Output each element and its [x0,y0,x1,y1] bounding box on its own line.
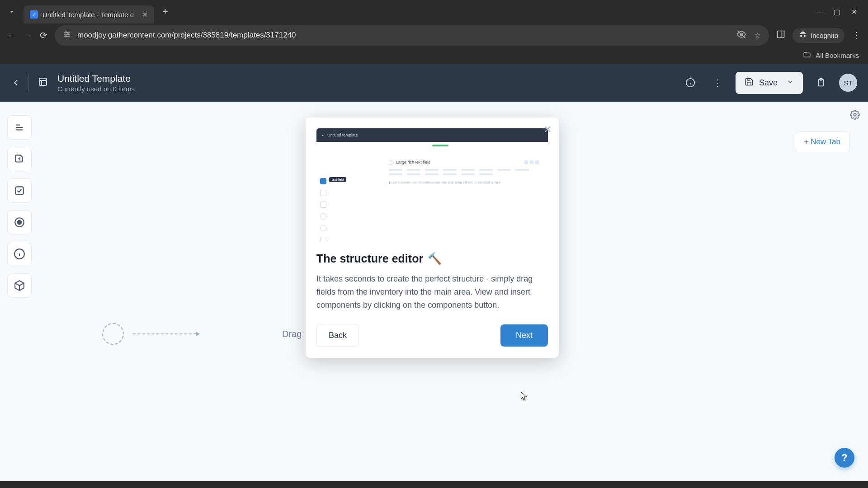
nav-reload-icon[interactable]: ⟳ [40,30,47,41]
tab-favicon-icon: ✓ [30,10,38,19]
nav-back-icon[interactable]: ← [7,30,16,41]
template-icon [38,76,48,89]
new-browser-tab-button[interactable]: + [158,4,173,19]
app-header: Untitled Template Currently used on 0 it… [0,64,868,102]
tab-bar: ✓ Untitled Template - Template e ✕ + ― ▢… [0,0,868,23]
minimize-icon[interactable]: ― [816,8,823,16]
side-panel-icon[interactable] [776,30,785,41]
maximize-icon[interactable]: ▢ [834,8,840,16]
site-settings-icon[interactable] [63,30,71,41]
page-title: Untitled Template [57,73,135,84]
url-actions: ☆ [737,30,761,41]
tab-close-icon[interactable]: ✕ [142,10,148,19]
modal-body-text: It takes seconds to create the perfect s… [316,272,548,311]
url-bar[interactable]: moodjoy.gathercontent.com/projects/38581… [55,25,769,46]
info-icon[interactable] [681,74,699,92]
help-icon: ? [841,452,847,464]
nav-forward-icon[interactable]: → [24,30,33,41]
save-button[interactable]: Save [736,72,803,94]
page-subtitle: Currently used on 0 items [57,85,135,93]
drag-hint: Drag [102,323,302,345]
title-block: Untitled Template Currently used on 0 it… [57,73,135,93]
onboarding-modal: ✕ ‹ Untitled template text field Large r… [306,117,559,358]
modal-title: The structure editor 🔨 [316,252,548,265]
browser-chrome: ✓ Untitled Template - Template e ✕ + ― ▢… [0,0,868,64]
toolbox [0,102,39,481]
modal-close-icon[interactable]: ✕ [543,124,552,136]
incognito-badge[interactable]: Incognito [793,28,844,43]
svg-rect-10 [39,78,47,85]
save-disk-icon [745,77,754,89]
more-menu-icon[interactable]: ⋮ [708,74,726,92]
svg-rect-22 [15,187,23,194]
next-button[interactable]: Next [500,324,548,347]
tool-radio[interactable] [7,210,32,235]
browser-menu-icon[interactable]: ⋮ [852,30,861,41]
avatar-initials: ST [844,79,852,87]
app-back-button[interactable] [11,74,28,92]
back-button[interactable]: Back [316,324,359,347]
drag-hint-text: Drag [282,329,302,339]
modal-actions: Back Next [316,324,548,347]
window-controls: ― ▢ ✕ [816,8,864,16]
tool-component[interactable] [7,273,32,298]
save-label: Save [759,78,778,88]
url-text: moodjoy.gathercontent.com/projects/38581… [77,31,731,40]
modal-preview-image: ‹ Untitled template text field Large ric… [316,128,548,241]
clipboard-icon[interactable] [812,74,830,92]
tab-search-dropdown[interactable] [4,4,20,20]
drag-source-indicator [102,323,124,345]
svg-point-3 [65,32,66,33]
tab-title: Untitled Template - Template e [42,11,134,19]
tool-attachment[interactable] [7,147,32,171]
eye-off-icon[interactable] [737,30,746,41]
tool-guidelines[interactable] [7,242,32,266]
chevron-down-icon[interactable] [787,78,794,88]
avatar[interactable]: ST [839,74,857,92]
help-button[interactable]: ? [835,448,854,468]
svg-point-5 [65,36,66,37]
drag-arrow-icon [133,333,196,334]
bookmark-star-icon[interactable]: ☆ [754,31,761,40]
close-window-icon[interactable]: ✕ [851,8,857,16]
svg-rect-8 [778,31,784,38]
tool-text-field[interactable] [7,115,32,140]
nav-bar: ← → ⟳ moodjoy.gathercontent.com/projects… [0,23,868,47]
incognito-label: Incognito [811,32,838,39]
folder-icon [803,51,811,60]
hammer-emoji-icon: 🔨 [428,252,442,265]
tool-checkbox[interactable] [7,178,32,203]
incognito-icon [799,31,807,40]
svg-point-4 [67,33,69,35]
svg-point-24 [18,221,22,225]
all-bookmarks-link[interactable]: All Bookmarks [816,52,859,59]
bookmarks-bar: All Bookmarks [0,47,868,64]
browser-tab[interactable]: ✓ Untitled Template - Template e ✕ [24,5,154,23]
